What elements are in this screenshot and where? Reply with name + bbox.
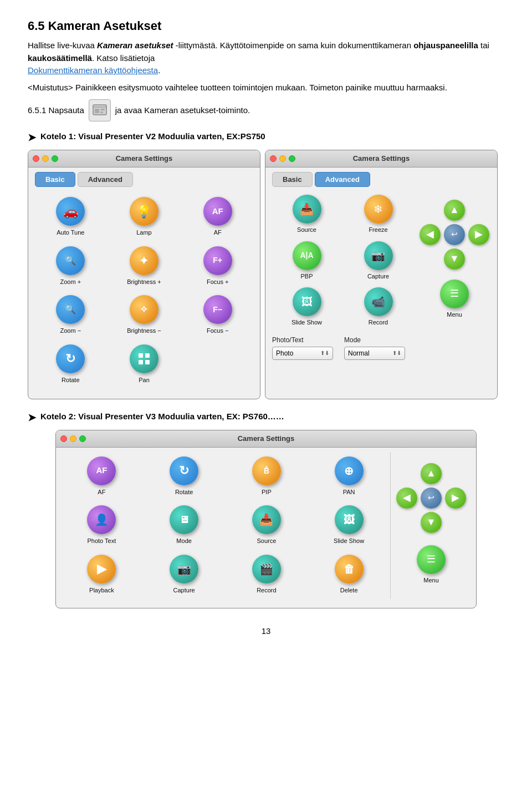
nav-enter-btn[interactable]: ↩: [444, 224, 465, 245]
brightness-plus-btn[interactable]: ✦: [130, 246, 158, 275]
btn-af: AF AF: [181, 192, 254, 242]
dot-yellow-k2[interactable]: [70, 435, 76, 442]
k2-record-btn[interactable]: 🎬: [252, 555, 281, 583]
tab-advanced[interactable]: Advanced: [78, 172, 133, 187]
capture-btn[interactable]: 📷: [364, 241, 393, 270]
btn-zoom-minus: 🔍 Zoom −: [34, 291, 108, 340]
nav-right-btn[interactable]: ▶: [468, 224, 489, 245]
record-btn[interactable]: 📹: [364, 287, 393, 316]
dot-red-k2[interactable]: [60, 435, 67, 442]
adv-source: 📥 Source: [271, 191, 342, 238]
k2-slideshow-btn[interactable]: 🖼: [335, 505, 364, 534]
tab-advanced-adv[interactable]: Advanced: [315, 172, 370, 187]
k2-delete-btn[interactable]: 🗑: [335, 555, 364, 583]
focus-plus-label: Focus +: [207, 277, 228, 287]
dot-green[interactable]: [52, 155, 58, 162]
auto-tune-label: Auto Tune: [57, 228, 84, 237]
zoom-plus-btn[interactable]: 🔍: [56, 246, 85, 275]
dot-yellow[interactable]: [42, 155, 49, 162]
traffic-lights-basic: [33, 155, 58, 162]
k2-pan: ⊕ PAN: [308, 452, 390, 501]
kotelo1-heading: ➤ Kotelo 1: Visual Presenter V2 Moduulia…: [28, 130, 504, 145]
nav-left-btn[interactable]: ◀: [420, 224, 441, 245]
pan-btn[interactable]: [130, 344, 158, 373]
menu-btn[interactable]: ☰: [440, 280, 469, 308]
pan-label: Pan: [139, 375, 150, 385]
k2-capture-label: Capture: [173, 586, 195, 595]
auto-tune-btn[interactable]: 🚗: [56, 197, 85, 226]
k2-pip: B A PIP: [226, 452, 308, 501]
dot-yellow-adv[interactable]: [279, 155, 286, 162]
tab-basic-adv[interactable]: Basic: [272, 172, 313, 187]
kotelo2-nav: ▲ ◀ ↩ ▶ ▼ ☰ Menu: [390, 452, 472, 600]
pbp-label: PBP: [300, 272, 313, 281]
basic-buttons-grid: 🚗 Auto Tune 💡 Lamp AF AF 🔍 Zoom + ✦ Brig…: [28, 189, 260, 392]
adv-freeze: ❄ Freeze: [342, 191, 414, 238]
k2-nav-enter-btn[interactable]: ↩: [421, 488, 442, 509]
btn-focus-minus: F− Focus −: [181, 291, 254, 340]
mode-select[interactable]: Normal ⬆⬇: [344, 347, 405, 360]
dot-green-k2[interactable]: [79, 435, 86, 442]
k2-nav-right-btn[interactable]: ▶: [445, 488, 466, 509]
rotate-btn[interactable]: ↻: [56, 344, 85, 373]
k2-pip-btn[interactable]: B A: [252, 456, 281, 485]
dot-red-adv[interactable]: [270, 155, 277, 162]
k2-menu-btn[interactable]: ☰: [417, 545, 446, 574]
k2-playback-btn[interactable]: ▶: [87, 555, 116, 583]
btn-pan: Pan: [108, 340, 181, 389]
brightness-minus-btn[interactable]: ✧: [130, 295, 158, 324]
photo-text-group: Photo/Text Photo ⬆⬇: [272, 335, 333, 360]
freeze-btn[interactable]: ❄: [364, 195, 393, 224]
k2-mode-btn[interactable]: 🖥: [170, 505, 198, 534]
nav-down-btn[interactable]: ▼: [444, 248, 465, 270]
tab-basic[interactable]: Basic: [35, 172, 75, 187]
lamp-btn[interactable]: 💡: [130, 197, 158, 226]
cam-window-kotelo2: Camera Settings AF AF ↻ Rotate B A: [55, 430, 477, 608]
svg-rect-3: [100, 109, 105, 110]
k2-phototext-btn[interactable]: 👤: [87, 505, 116, 534]
zoom-minus-label: Zoom −: [60, 326, 81, 336]
slideshow-btn[interactable]: 🖼: [293, 287, 321, 316]
focus-plus-btn[interactable]: F+: [203, 246, 232, 275]
k2-af-btn[interactable]: AF: [87, 456, 116, 485]
k2-source-btn[interactable]: 📥: [252, 505, 281, 534]
dot-red[interactable]: [33, 155, 39, 162]
k2-nav-left-btn[interactable]: ◀: [396, 488, 417, 509]
svg-rect-2: [95, 109, 99, 113]
advanced-left-grid: 📥 Source ❄ Freeze A|A PBP 📷 Capture: [271, 191, 414, 331]
k2-rotate-btn[interactable]: ↻: [170, 456, 198, 485]
zoom-plus-label: Zoom +: [60, 277, 81, 287]
pbp-btn[interactable]: A|A: [293, 241, 321, 270]
af-btn[interactable]: AF: [203, 197, 232, 226]
adv-slideshow: 🖼 Slide Show: [271, 284, 342, 331]
cam-titlebar-k2: Camera Settings: [56, 430, 476, 448]
nav-up-btn[interactable]: ▲: [444, 200, 465, 221]
btn-auto-tune: 🚗 Auto Tune: [34, 192, 108, 242]
cam-dropdowns: Photo/Text Photo ⬆⬇ Mode Normal ⬆⬇: [265, 333, 497, 362]
cam-tabs-adv: Basic Advanced: [265, 168, 497, 190]
capture-label: Capture: [367, 272, 389, 281]
kotelo2-window-wrapper: Camera Settings AF AF ↻ Rotate B A: [28, 430, 504, 608]
mode-group: Mode Normal ⬆⬇: [344, 335, 405, 360]
zoom-minus-btn[interactable]: 🔍: [56, 295, 85, 324]
cam-window-basic: Camera Settings Basic Advanced 🚗 Auto Tu…: [28, 150, 260, 399]
k2-pan-label: PAN: [343, 488, 355, 497]
k2-phototext-label: Photo Text: [87, 536, 116, 546]
k2-nav-up-btn[interactable]: ▲: [421, 463, 442, 484]
btn-lamp: 💡 Lamp: [108, 192, 181, 242]
svg-rect-5: [139, 353, 143, 358]
focus-minus-btn[interactable]: F−: [203, 295, 232, 324]
record-label: Record: [369, 318, 388, 327]
step-651-icon[interactable]: [89, 99, 111, 121]
source-btn[interactable]: 📥: [293, 195, 321, 224]
k2-capture-btn[interactable]: 📷: [170, 555, 198, 583]
svg-rect-4: [100, 111, 103, 113]
step-651: 6.5.1 Napsauta ja avaa Kameran asetukset…: [28, 99, 504, 121]
k2-pan-btn[interactable]: ⊕: [335, 456, 364, 485]
k2-nav-down-btn[interactable]: ▼: [421, 512, 442, 533]
adv-menu: ☰ Menu: [438, 276, 471, 323]
photo-select[interactable]: Photo ⬆⬇: [272, 347, 333, 360]
dot-green-adv[interactable]: [289, 155, 295, 162]
btn-focus-plus: F+ Focus +: [181, 242, 254, 291]
doc-link[interactable]: Dokumenttikameran käyttöohjeesta: [28, 65, 158, 75]
